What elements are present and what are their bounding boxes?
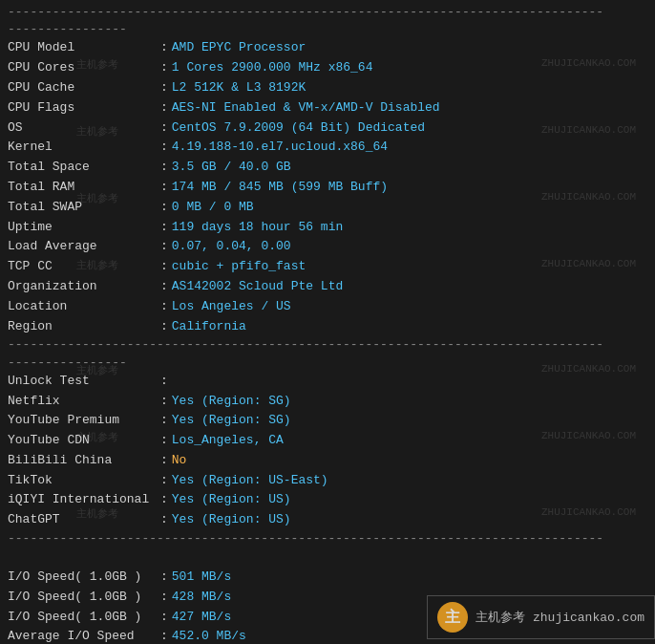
row-colon: : — [160, 627, 168, 644]
row-label: CPU Cache — [8, 78, 160, 98]
row-value: Los Angeles / US — [172, 297, 291, 317]
row-label: TikTok — [8, 471, 160, 491]
row-label: ChatGPT — [8, 510, 160, 530]
unlock-test-section: Unlock Test : Netflix : Yes (Region: SG)… — [8, 372, 647, 530]
unlock-row: TikTok : Yes (Region: US-East) — [8, 471, 647, 491]
row-value: Yes (Region: US-East) — [172, 471, 328, 491]
row-value: 119 days 18 hour 56 min — [172, 218, 343, 238]
system-row: Total SWAP : 0 MB / 0 MB — [8, 198, 647, 218]
row-label: Total SWAP — [8, 198, 160, 218]
row-value: 1 Cores 2900.000 MHz x86_64 — [172, 58, 373, 78]
row-colon: : — [160, 411, 168, 431]
row-label: Average I/O Speed — [8, 627, 160, 644]
row-value: 174 MB / 845 MB (599 MB Buff) — [172, 178, 388, 198]
row-label: iQIYI International — [8, 490, 160, 510]
row-colon: : — [160, 297, 168, 317]
row-value: L2 512K & L3 8192K — [172, 78, 306, 98]
row-label: CPU Cores — [8, 58, 160, 78]
row-colon: : — [160, 392, 168, 412]
row-label: I/O Speed( 1.0GB ) — [8, 588, 160, 608]
row-label: Organization — [8, 277, 160, 297]
row-colon: : — [160, 98, 168, 118]
system-row: Kernel : 4.19.188-10.el7.ucloud.x86_64 — [8, 138, 647, 158]
row-value: 427 MB/s — [172, 608, 231, 628]
system-row: CPU Cores : 1 Cores 2900.000 MHz x86_64 — [8, 58, 647, 78]
row-colon: : — [160, 237, 168, 257]
unlock-row: YouTube CDN : Los_Angeles, CA — [8, 431, 647, 451]
row-colon: : — [160, 218, 168, 238]
unlock-row: Unlock Test : — [8, 372, 647, 392]
row-value: 3.5 GB / 40.0 GB — [172, 158, 291, 178]
system-row: OS : CentOS 7.9.2009 (64 Bit) Dedicated — [8, 118, 647, 139]
row-colon: : — [160, 78, 168, 98]
row-value: AMD EPYC Processor — [172, 38, 306, 58]
system-row: Region : California — [8, 317, 647, 337]
row-colon: : — [160, 451, 168, 471]
row-label: YouTube CDN — [8, 431, 160, 451]
section-divider-2: ----------------------------------------… — [8, 530, 647, 547]
sub-divider-1: ---------------- — [8, 21, 647, 38]
row-colon: : — [160, 372, 168, 392]
row-label: Location — [8, 297, 160, 317]
row-value: Yes (Region: US) — [172, 490, 291, 510]
system-row: CPU Model : AMD EPYC Processor — [8, 38, 647, 58]
system-row: Location : Los Angeles / US — [8, 297, 647, 317]
row-colon: : — [160, 38, 168, 58]
system-row: Total RAM : 174 MB / 845 MB (599 MB Buff… — [8, 178, 647, 198]
row-colon: : — [160, 317, 168, 337]
row-colon: : — [160, 608, 168, 628]
system-row: Organization : AS142002 Scloud Pte Ltd — [8, 277, 647, 297]
row-value: 428 MB/s — [172, 588, 231, 608]
row-value: Yes (Region: SG) — [172, 411, 291, 431]
system-row: CPU Flags : AES-NI Enabled & VM-x/AMD-V … — [8, 98, 647, 118]
row-colon: : — [160, 471, 168, 491]
row-label: Kernel — [8, 138, 160, 158]
logo-label: 主机参考 zhujicankao.com — [475, 609, 644, 626]
row-label: YouTube Premium — [8, 411, 160, 431]
row-label: I/O Speed( 1.0GB ) — [8, 608, 160, 628]
row-value: AS142002 Scloud Pte Ltd — [172, 277, 343, 297]
system-info-section: CPU Model : AMD EPYC Processor CPU Cores… — [8, 38, 647, 336]
row-value: AES-NI Enabled & VM-x/AMD-V Disabled — [172, 98, 440, 118]
row-label: TCP CC — [8, 257, 160, 277]
row-colon: : — [160, 198, 168, 218]
row-label: Unlock Test — [8, 372, 160, 392]
row-value: Yes (Region: US) — [172, 510, 291, 530]
row-colon: : — [160, 257, 168, 277]
row-value: 0.07, 0.04, 0.00 — [172, 237, 291, 257]
row-label: CPU Model — [8, 38, 160, 58]
row-colon: : — [160, 138, 168, 158]
logo-icon: 主 — [437, 602, 468, 633]
row-label: Load Average — [8, 237, 160, 257]
row-colon: : — [160, 490, 168, 510]
io-row: I/O Speed( 1.0GB ) : 501 MB/s — [8, 568, 647, 588]
row-label: CPU Flags — [8, 98, 160, 118]
row-colon: : — [160, 510, 168, 530]
system-row: Load Average : 0.07, 0.04, 0.00 — [8, 237, 647, 257]
system-row: CPU Cache : L2 512K & L3 8192K — [8, 78, 647, 98]
top-divider: ----------------------------------------… — [8, 4, 647, 21]
row-colon: : — [160, 431, 168, 451]
row-value: Yes (Region: SG) — [172, 392, 291, 412]
row-label: OS — [8, 118, 160, 139]
row-value: CentOS 7.9.2009 (64 Bit) Dedicated — [172, 118, 425, 139]
row-value: California — [172, 317, 246, 337]
row-colon: : — [160, 58, 168, 78]
unlock-row: Netflix : Yes (Region: SG) — [8, 392, 647, 412]
row-label: Total RAM — [8, 178, 160, 198]
terminal: 主机参考 ZHUJICANKAO.COM 主机参考 ZHUJICANKAO.CO… — [0, 0, 655, 644]
unlock-row: BiliBili China : No — [8, 451, 647, 471]
row-label: Netflix — [8, 392, 160, 412]
row-colon: : — [160, 568, 168, 588]
row-colon: : — [160, 277, 168, 297]
row-colon: : — [160, 158, 168, 178]
row-value: 4.19.188-10.el7.ucloud.x86_64 — [172, 138, 388, 158]
row-label: Uptime — [8, 218, 160, 238]
row-colon: : — [160, 588, 168, 608]
unlock-row: YouTube Premium : Yes (Region: SG) — [8, 411, 647, 431]
row-label: Total Space — [8, 158, 160, 178]
section-divider-1: ----------------------------------------… — [8, 336, 647, 354]
row-label: Region — [8, 317, 160, 337]
row-label: I/O Speed( 1.0GB ) — [8, 568, 160, 588]
system-row: TCP CC : cubic + pfifo_fast — [8, 257, 647, 277]
